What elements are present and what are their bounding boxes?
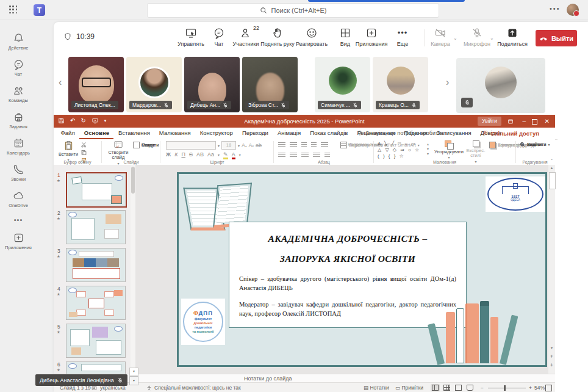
notes-toggle[interactable]: ▤ Нотатки	[364, 385, 389, 391]
close-button[interactable]: ✕	[545, 117, 550, 126]
rail-item-chat[interactable]: Чат	[0, 54, 37, 81]
fit-to-window-icon[interactable]	[545, 385, 552, 391]
strip-next-icon[interactable]: ›	[446, 77, 449, 88]
minimize-button[interactable]: –	[522, 117, 526, 126]
slide-sorter-button[interactable]	[442, 384, 451, 391]
normal-view-button[interactable]	[431, 384, 440, 391]
select-button[interactable]: Виділити▾	[520, 142, 550, 147]
slide-thumbnail-1[interactable]	[66, 172, 127, 208]
indent-decrease-icon[interactable]	[301, 142, 307, 148]
section-button[interactable]: Розділ▾	[133, 142, 159, 148]
slide-thumbnail-2[interactable]	[66, 210, 126, 244]
thumbnail-collapse-icon[interactable]: ▾	[129, 368, 138, 376]
canvas-scrollbar[interactable]: ▴ ▾ ↟ ↡	[548, 165, 555, 374]
italic-button[interactable]: К	[174, 151, 177, 158]
rail-item-apps[interactable]: Приложения	[0, 228, 37, 254]
accessibility-status[interactable]: Спеціальні можливості: щось не так	[154, 385, 241, 391]
tab-slideshow[interactable]: Показ слайдів	[306, 128, 353, 139]
comments-toggle[interactable]: ▭ Примітки	[395, 385, 423, 391]
align-center-icon[interactable]	[290, 153, 297, 158]
align-right-icon[interactable]	[301, 153, 309, 158]
align-left-icon[interactable]	[278, 153, 285, 158]
tab-design[interactable]: Конструктор	[195, 128, 237, 139]
scroll-down-icon[interactable]: ▾	[548, 346, 555, 350]
more-button[interactable]: ••• Еще	[381, 27, 424, 47]
tab-draw[interactable]: Малювання	[154, 128, 195, 139]
thumbnail-scrollbar[interactable]	[131, 165, 135, 374]
scroll-up-icon[interactable]: ▴	[548, 165, 555, 170]
grow-font-icon[interactable]: А▴	[242, 142, 247, 148]
zoom-level[interactable]: 54%	[534, 385, 545, 391]
scrollbar-thumb[interactable]	[549, 172, 556, 189]
arrange-button[interactable]: Упорядкувати ▾	[436, 140, 462, 160]
user-avatar[interactable]	[567, 4, 579, 16]
rail-item-teams[interactable]: Команды	[0, 81, 37, 107]
zoom-slider[interactable]	[488, 388, 526, 388]
collapse-ribbon-icon[interactable]: ˆ	[551, 158, 553, 164]
numbering-icon[interactable]	[290, 142, 297, 148]
sign-in-button[interactable]: Увійти	[478, 117, 501, 126]
video-tile[interactable]: Кравець О...	[373, 57, 428, 112]
slide-thumbnail-6[interactable]	[66, 361, 126, 374]
self-view-tile[interactable]	[456, 58, 545, 113]
reading-view-button[interactable]	[454, 384, 463, 391]
clear-format-icon[interactable]: ab	[256, 142, 262, 148]
next-slide-icon[interactable]: ↡	[548, 363, 555, 368]
search-input[interactable]: Поиск (Ctrl+Alt+E)	[147, 3, 439, 18]
tab-transitions[interactable]: Переходи	[237, 128, 273, 139]
rail-item-assignments[interactable]: Задания	[0, 107, 37, 133]
slide[interactable]: 1817 ОДЕСА АКАДЕМІЧНА ДОБРОЧЕСНІСТЬ – ЗА…	[177, 172, 547, 367]
copy-icon[interactable]	[81, 150, 87, 156]
zoom-out-icon[interactable]: −	[481, 385, 484, 391]
bold-button[interactable]: Ж	[166, 151, 171, 158]
strip-prev-icon[interactable]: ‹	[59, 77, 62, 88]
paste-button[interactable]: Вставити ▾	[59, 140, 78, 162]
underline-button[interactable]: П	[181, 151, 185, 158]
rail-item-activity[interactable]: Действие	[0, 28, 37, 54]
slide-text-box[interactable]: АКАДЕМІЧНА ДОБРОЧЕСНІСТЬ – ЗАПОРУКА ЯКІС…	[229, 222, 467, 328]
restore-button[interactable]	[532, 117, 537, 125]
shrink-font-icon[interactable]: А▾	[249, 142, 254, 148]
font-size-select[interactable]: 18	[221, 141, 236, 150]
video-tile[interactable]: Дибець Ан...	[184, 57, 240, 112]
slide-thumbnail-5[interactable]	[66, 324, 126, 358]
line-spacing-icon[interactable]	[321, 142, 328, 148]
share-button[interactable]: Поделиться	[491, 27, 534, 47]
justify-icon[interactable]	[313, 153, 320, 158]
shapes-scroll[interactable]: ▴▾▾	[427, 142, 429, 156]
app-launcher-icon[interactable]	[9, 5, 18, 14]
tab-insert[interactable]: Вставлення	[113, 128, 154, 139]
columns-icon[interactable]	[324, 153, 330, 158]
cut-icon[interactable]	[81, 142, 87, 148]
tab-animations[interactable]: Анімація	[273, 128, 305, 139]
zoom-slider-thumb[interactable]	[504, 385, 506, 391]
rail-more-icon[interactable]: •••	[0, 212, 37, 228]
tab-home[interactable]: Основне	[79, 128, 113, 139]
font-name-select[interactable]: ▾ 18▾ А▴ А▾ ab	[166, 141, 262, 150]
tab-file[interactable]: Файл	[56, 128, 79, 139]
char-spacing-button[interactable]: АВ	[196, 151, 204, 158]
titlebar-more-icon[interactable]: •••	[550, 5, 561, 12]
highlight-button[interactable]: ✎	[223, 151, 228, 159]
previous-slide-icon[interactable]: ↟	[548, 354, 555, 359]
ppt-share-button[interactable]: Спільний доступ	[482, 128, 539, 139]
change-case-button[interactable]: Аа	[207, 151, 214, 158]
video-tile[interactable]: Симанчук ...	[315, 57, 370, 112]
ribbon-options-icon[interactable]	[507, 118, 514, 125]
indent-increase-icon[interactable]	[311, 142, 317, 148]
font-color-button[interactable]: А	[232, 151, 235, 159]
slide-thumbnail-4[interactable]	[66, 286, 126, 320]
rail-item-calendar[interactable]: Календарь	[0, 133, 37, 159]
shapes-gallery[interactable]: A ╲ ╱ □ ○ ▱ △ ▽ ◇ ⇒ ○ ☆ ( ) { } ☆	[378, 141, 420, 159]
slide-thumbnail-3[interactable]	[66, 248, 126, 282]
zoom-in-icon[interactable]: +	[529, 385, 532, 391]
tell-me-box[interactable]: Скажіть, що потрібно зробити	[357, 128, 441, 139]
video-tile[interactable]: Листопад Олек...	[68, 57, 124, 112]
leave-button[interactable]: Выйти	[536, 30, 577, 46]
strike-button[interactable]: S	[189, 151, 193, 158]
rail-item-onedrive[interactable]: OneDrive	[0, 186, 37, 212]
rail-item-calls[interactable]: Звонки	[0, 159, 37, 186]
slideshow-button[interactable]	[465, 384, 475, 391]
bullets-icon[interactable]	[278, 142, 285, 148]
name-tag-chevron-icon[interactable]: ▾	[129, 376, 138, 385]
